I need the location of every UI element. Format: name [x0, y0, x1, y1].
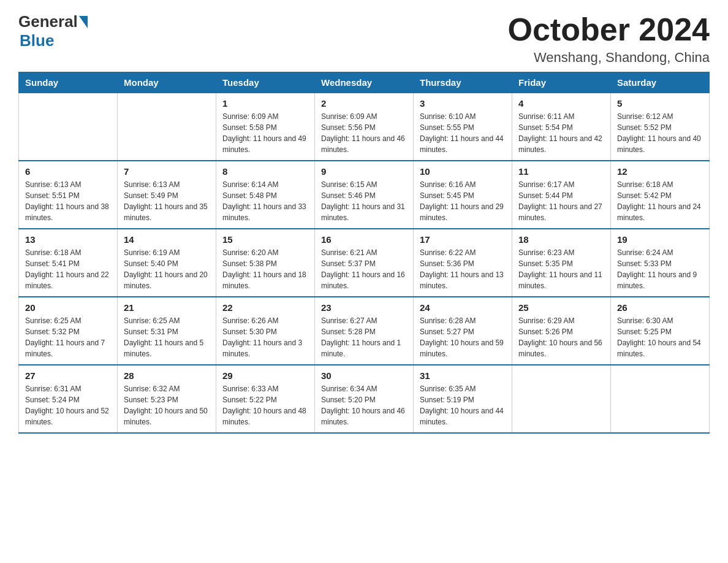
- title-area: October 2024 Wenshang, Shandong, China: [508, 12, 710, 66]
- day-number: 7: [124, 166, 210, 177]
- day-number: 11: [518, 166, 604, 177]
- day-info: Sunrise: 6:33 AMSunset: 5:22 PMDaylight:…: [222, 383, 308, 427]
- day-info: Sunrise: 6:24 AMSunset: 5:33 PMDaylight:…: [617, 247, 703, 291]
- day-number: 30: [321, 370, 407, 381]
- day-info: Sunrise: 6:32 AMSunset: 5:23 PMDaylight:…: [124, 383, 210, 427]
- calendar-cell: 10Sunrise: 6:16 AMSunset: 5:45 PMDayligh…: [414, 161, 512, 229]
- location-subtitle: Wenshang, Shandong, China: [508, 50, 710, 66]
- day-info: Sunrise: 6:13 AMSunset: 5:49 PMDaylight:…: [124, 179, 210, 223]
- calendar-cell: 3Sunrise: 6:10 AMSunset: 5:55 PMDaylight…: [414, 93, 512, 161]
- calendar-cell: 28Sunrise: 6:32 AMSunset: 5:23 PMDayligh…: [118, 365, 216, 433]
- day-info: Sunrise: 6:14 AMSunset: 5:48 PMDaylight:…: [222, 179, 308, 223]
- day-info: Sunrise: 6:31 AMSunset: 5:24 PMDaylight:…: [25, 383, 111, 427]
- day-number: 17: [420, 234, 506, 245]
- day-info: Sunrise: 6:21 AMSunset: 5:37 PMDaylight:…: [321, 247, 407, 291]
- day-info: Sunrise: 6:20 AMSunset: 5:38 PMDaylight:…: [222, 247, 308, 291]
- day-info: Sunrise: 6:22 AMSunset: 5:36 PMDaylight:…: [420, 247, 506, 291]
- day-info: Sunrise: 6:18 AMSunset: 5:42 PMDaylight:…: [617, 179, 703, 223]
- calendar-cell: 16Sunrise: 6:21 AMSunset: 5:37 PMDayligh…: [315, 229, 414, 297]
- calendar-cell: 9Sunrise: 6:15 AMSunset: 5:46 PMDaylight…: [315, 161, 414, 229]
- calendar-cell: 26Sunrise: 6:30 AMSunset: 5:25 PMDayligh…: [611, 297, 710, 365]
- day-number: 21: [124, 302, 210, 313]
- day-number: 23: [321, 302, 407, 313]
- calendar-cell: 24Sunrise: 6:28 AMSunset: 5:27 PMDayligh…: [414, 297, 512, 365]
- logo-blue-text: Blue: [20, 31, 54, 50]
- calendar-cell: 5Sunrise: 6:12 AMSunset: 5:52 PMDaylight…: [611, 93, 710, 161]
- calendar-cell: 19Sunrise: 6:24 AMSunset: 5:33 PMDayligh…: [611, 229, 710, 297]
- day-number: 24: [420, 302, 506, 313]
- day-info: Sunrise: 6:15 AMSunset: 5:46 PMDaylight:…: [321, 179, 407, 223]
- day-info: Sunrise: 6:18 AMSunset: 5:41 PMDaylight:…: [25, 247, 111, 291]
- calendar-week-row: 20Sunrise: 6:25 AMSunset: 5:32 PMDayligh…: [19, 297, 710, 365]
- day-info: Sunrise: 6:16 AMSunset: 5:45 PMDaylight:…: [420, 179, 506, 223]
- day-number: 4: [518, 98, 604, 109]
- day-info: Sunrise: 6:26 AMSunset: 5:30 PMDaylight:…: [222, 315, 308, 359]
- day-number: 1: [222, 98, 308, 109]
- calendar-cell: 23Sunrise: 6:27 AMSunset: 5:28 PMDayligh…: [315, 297, 414, 365]
- day-number: 27: [25, 370, 111, 381]
- calendar-cell: 27Sunrise: 6:31 AMSunset: 5:24 PMDayligh…: [19, 365, 118, 433]
- calendar-cell: 30Sunrise: 6:34 AMSunset: 5:20 PMDayligh…: [315, 365, 414, 433]
- day-info: Sunrise: 6:09 AMSunset: 5:58 PMDaylight:…: [222, 111, 308, 155]
- calendar-cell: [611, 365, 710, 433]
- weekday-header-saturday: Saturday: [611, 72, 710, 93]
- weekday-header-tuesday: Tuesday: [216, 72, 315, 93]
- logo-triangle-icon: [79, 16, 88, 28]
- logo-general-text: General: [18, 12, 78, 31]
- day-number: 26: [617, 302, 703, 313]
- day-info: Sunrise: 6:35 AMSunset: 5:19 PMDaylight:…: [420, 383, 506, 427]
- day-number: 12: [617, 166, 703, 177]
- calendar-cell: 8Sunrise: 6:14 AMSunset: 5:48 PMDaylight…: [216, 161, 315, 229]
- weekday-header-thursday: Thursday: [414, 72, 512, 93]
- day-number: 6: [25, 166, 111, 177]
- day-info: Sunrise: 6:25 AMSunset: 5:32 PMDaylight:…: [25, 315, 111, 359]
- day-info: Sunrise: 6:25 AMSunset: 5:31 PMDaylight:…: [124, 315, 210, 359]
- day-info: Sunrise: 6:10 AMSunset: 5:55 PMDaylight:…: [420, 111, 506, 155]
- day-info: Sunrise: 6:28 AMSunset: 5:27 PMDaylight:…: [420, 315, 506, 359]
- day-info: Sunrise: 6:19 AMSunset: 5:40 PMDaylight:…: [124, 247, 210, 291]
- weekday-header-friday: Friday: [512, 72, 611, 93]
- weekday-header-sunday: Sunday: [19, 72, 118, 93]
- weekday-header-row: SundayMondayTuesdayWednesdayThursdayFrid…: [19, 72, 710, 93]
- day-info: Sunrise: 6:09 AMSunset: 5:56 PMDaylight:…: [321, 111, 407, 155]
- day-number: 29: [222, 370, 308, 381]
- day-number: 5: [617, 98, 703, 109]
- calendar-week-row: 13Sunrise: 6:18 AMSunset: 5:41 PMDayligh…: [19, 229, 710, 297]
- day-number: 14: [124, 234, 210, 245]
- page-header: General Blue October 2024 Wenshang, Shan…: [18, 12, 710, 66]
- calendar-week-row: 6Sunrise: 6:13 AMSunset: 5:51 PMDaylight…: [19, 161, 710, 229]
- day-info: Sunrise: 6:27 AMSunset: 5:28 PMDaylight:…: [321, 315, 407, 359]
- logo: General Blue: [18, 12, 89, 50]
- day-number: 25: [518, 302, 604, 313]
- weekday-header-monday: Monday: [118, 72, 216, 93]
- day-number: 13: [25, 234, 111, 245]
- day-number: 3: [420, 98, 506, 109]
- calendar-cell: 2Sunrise: 6:09 AMSunset: 5:56 PMDaylight…: [315, 93, 414, 161]
- day-number: 15: [222, 234, 308, 245]
- day-number: 28: [124, 370, 210, 381]
- calendar-table: SundayMondayTuesdayWednesdayThursdayFrid…: [18, 72, 710, 434]
- day-info: Sunrise: 6:13 AMSunset: 5:51 PMDaylight:…: [25, 179, 111, 223]
- calendar-cell: 12Sunrise: 6:18 AMSunset: 5:42 PMDayligh…: [611, 161, 710, 229]
- weekday-header-wednesday: Wednesday: [315, 72, 414, 93]
- calendar-cell: 7Sunrise: 6:13 AMSunset: 5:49 PMDaylight…: [118, 161, 216, 229]
- day-info: Sunrise: 6:11 AMSunset: 5:54 PMDaylight:…: [518, 111, 604, 155]
- calendar-cell: 15Sunrise: 6:20 AMSunset: 5:38 PMDayligh…: [216, 229, 315, 297]
- day-number: 9: [321, 166, 407, 177]
- calendar-cell: 11Sunrise: 6:17 AMSunset: 5:44 PMDayligh…: [512, 161, 611, 229]
- calendar-cell: 17Sunrise: 6:22 AMSunset: 5:36 PMDayligh…: [414, 229, 512, 297]
- calendar-cell: [512, 365, 611, 433]
- day-info: Sunrise: 6:29 AMSunset: 5:26 PMDaylight:…: [518, 315, 604, 359]
- calendar-cell: 1Sunrise: 6:09 AMSunset: 5:58 PMDaylight…: [216, 93, 315, 161]
- day-info: Sunrise: 6:12 AMSunset: 5:52 PMDaylight:…: [617, 111, 703, 155]
- calendar-week-row: 27Sunrise: 6:31 AMSunset: 5:24 PMDayligh…: [19, 365, 710, 433]
- day-number: 18: [518, 234, 604, 245]
- day-number: 16: [321, 234, 407, 245]
- day-number: 31: [420, 370, 506, 381]
- day-number: 10: [420, 166, 506, 177]
- calendar-cell: 21Sunrise: 6:25 AMSunset: 5:31 PMDayligh…: [118, 297, 216, 365]
- day-number: 2: [321, 98, 407, 109]
- calendar-cell: 6Sunrise: 6:13 AMSunset: 5:51 PMDaylight…: [19, 161, 118, 229]
- day-number: 19: [617, 234, 703, 245]
- calendar-cell: 18Sunrise: 6:23 AMSunset: 5:35 PMDayligh…: [512, 229, 611, 297]
